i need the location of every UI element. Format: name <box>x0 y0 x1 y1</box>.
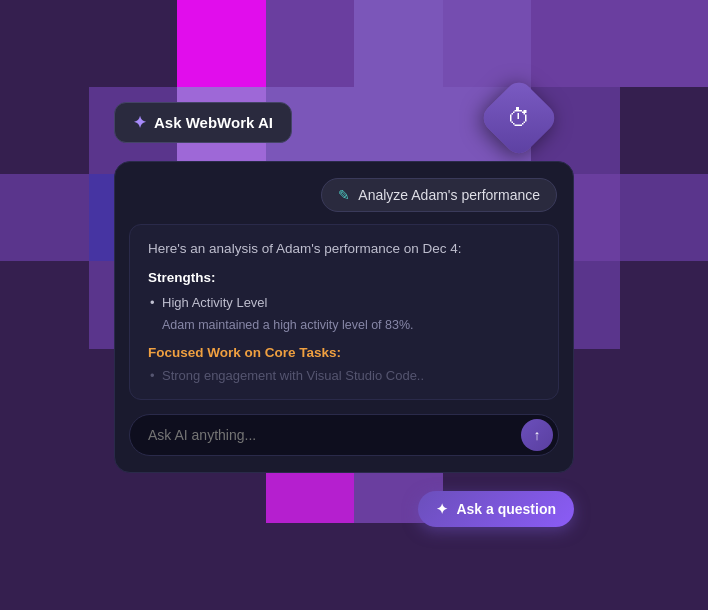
ask-question-sparkle-icon: ✦ <box>436 501 448 517</box>
sparkle-icon: ✦ <box>133 113 146 132</box>
strengths-title: Strengths: <box>148 270 540 285</box>
ask-webwork-button[interactable]: ✦ Ask WebWork AI <box>114 102 292 143</box>
analyze-bar: ✎ Analyze Adam's performance <box>115 162 573 224</box>
analyze-prompt-text: Analyze Adam's performance <box>358 187 540 203</box>
focus-title: Focused Work on Core Tasks: <box>148 345 540 360</box>
analysis-intro: Here's an analysis of Adam's performance… <box>148 241 540 256</box>
input-area: ↑ <box>115 400 573 472</box>
ai-input[interactable] <box>129 414 559 456</box>
ask-question-label: Ask a question <box>456 501 556 517</box>
strength-item: High Activity Level <box>148 293 540 313</box>
pencil-icon: ✎ <box>338 187 350 203</box>
focus-item: Strong engagement with Visual Studio Cod… <box>148 368 540 383</box>
chat-panel: ✎ Analyze Adam's performance Here's an a… <box>114 161 574 473</box>
ask-question-button[interactable]: ✦ Ask a question <box>418 491 574 527</box>
analyze-prompt[interactable]: ✎ Analyze Adam's performance <box>321 178 557 212</box>
send-arrow: ↑ <box>534 427 541 443</box>
analysis-content: Here's an analysis of Adam's performance… <box>129 224 559 400</box>
ask-webwork-label: Ask WebWork AI <box>154 114 273 131</box>
send-button[interactable]: ↑ <box>521 419 553 451</box>
main-container: ✦ Ask WebWork AI ⏱ ✎ Analyze Adam's perf… <box>114 83 594 527</box>
webwork-logo: ⏱ <box>478 77 560 159</box>
input-wrapper: ↑ <box>129 414 559 456</box>
webwork-logo-icon: ⏱ <box>507 104 531 132</box>
strength-detail: Adam maintained a high activity level of… <box>148 316 540 335</box>
